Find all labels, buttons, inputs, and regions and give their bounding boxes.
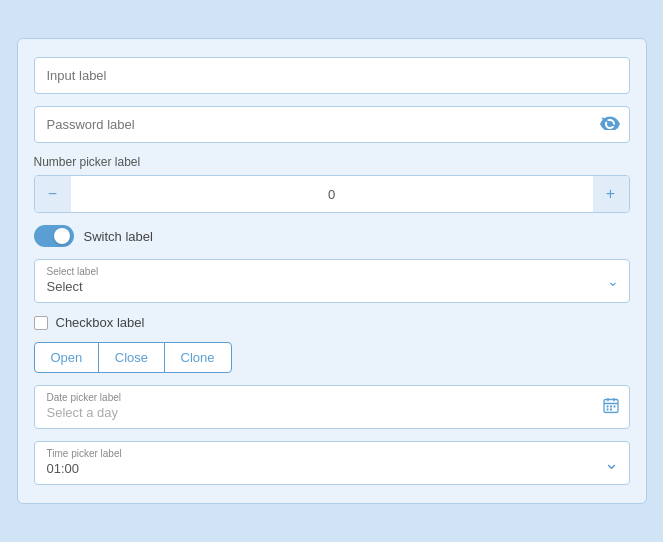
eye-icon[interactable] <box>600 116 620 134</box>
main-container: Number picker label − 0 + Switch label S… <box>17 38 647 504</box>
number-picker-section: Number picker label − 0 + <box>34 155 630 213</box>
calendar-icon <box>603 398 619 417</box>
password-wrapper <box>34 106 630 143</box>
checkbox-row: Checkbox label <box>34 315 630 330</box>
clone-button[interactable]: Clone <box>164 342 232 373</box>
number-value: 0 <box>71 179 593 210</box>
number-minus-button[interactable]: − <box>35 176 71 212</box>
switch-toggle[interactable] <box>34 225 74 247</box>
number-plus-button[interactable]: + <box>593 176 629 212</box>
input-field[interactable] <box>34 57 630 94</box>
switch-row: Switch label <box>34 225 630 247</box>
date-picker-section[interactable]: Date picker label Select a day <box>34 385 630 429</box>
checkbox-label: Checkbox label <box>56 315 145 330</box>
time-picker-label: Time picker label <box>47 448 617 459</box>
chevron-down-icon: ⌄ <box>607 273 619 289</box>
close-button[interactable]: Close <box>98 342 165 373</box>
password-field[interactable] <box>34 106 630 143</box>
time-picker-section[interactable]: Time picker label 01:00 ⌄ <box>34 441 630 485</box>
select-wrapper[interactable]: Select label Select ⌄ <box>34 259 630 303</box>
number-picker-row: − 0 + <box>34 175 630 213</box>
switch-knob <box>54 228 70 244</box>
date-picker-value: Select a day <box>47 405 617 420</box>
svg-rect-8 <box>606 409 608 411</box>
switch-label: Switch label <box>84 229 153 244</box>
number-picker-label: Number picker label <box>34 155 630 169</box>
svg-rect-6 <box>610 406 612 408</box>
button-group: Open Close Clone <box>34 342 630 373</box>
chevron-down-icon-time: ⌄ <box>604 452 619 474</box>
time-picker-value: 01:00 <box>47 461 617 476</box>
checkbox-input[interactable] <box>34 316 48 330</box>
svg-rect-7 <box>613 406 615 408</box>
svg-rect-9 <box>610 409 612 411</box>
select-value: Select <box>47 279 617 294</box>
svg-rect-5 <box>606 406 608 408</box>
open-button[interactable]: Open <box>34 342 100 373</box>
select-label: Select label <box>47 266 617 277</box>
date-picker-label: Date picker label <box>47 392 617 403</box>
